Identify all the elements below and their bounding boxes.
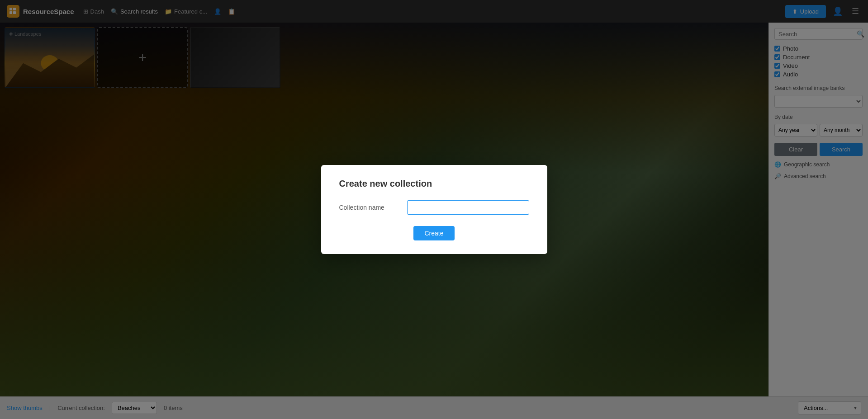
collection-name-input[interactable] bbox=[407, 200, 529, 215]
collection-name-label: Collection name bbox=[339, 204, 398, 211]
create-collection-modal: Create new collection Collection name Cr… bbox=[321, 165, 547, 254]
modal-field: Collection name bbox=[339, 200, 529, 215]
modal-title: Create new collection bbox=[339, 179, 529, 189]
modal-footer: Create bbox=[339, 226, 529, 240]
create-button[interactable]: Create bbox=[413, 226, 454, 240]
modal-overlay[interactable]: Create new collection Collection name Cr… bbox=[0, 0, 868, 419]
